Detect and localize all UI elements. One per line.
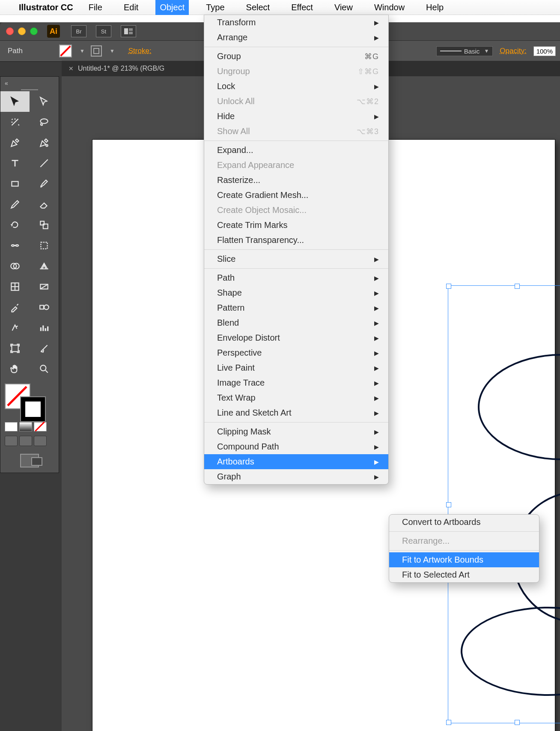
menu-item[interactable]: Slice▶ xyxy=(204,252,388,267)
draw-inside[interactable] xyxy=(34,436,47,446)
menu-item[interactable]: Create Gradient Mesh... xyxy=(204,188,388,203)
zoom-window-button[interactable] xyxy=(30,27,38,35)
blend-tool[interactable] xyxy=(30,297,59,318)
menu-item[interactable]: Create Trim Marks xyxy=(204,218,388,233)
selection-bounding-box[interactable] xyxy=(448,285,560,723)
menu-help[interactable]: Help xyxy=(422,0,448,15)
menu-item[interactable]: Fit to Artwork Bounds xyxy=(389,552,539,567)
bridge-button[interactable]: Br xyxy=(71,25,86,37)
hand-tool[interactable] xyxy=(0,359,30,379)
menu-type[interactable]: Type xyxy=(202,0,229,15)
menu-item[interactable]: Perspective▶ xyxy=(204,345,388,360)
close-tab-icon[interactable]: ✕ xyxy=(69,65,74,72)
menu-item[interactable]: Graph▶ xyxy=(204,469,388,484)
shape-builder-tool[interactable] xyxy=(0,256,30,276)
menu-item[interactable]: Line and Sketch Art▶ xyxy=(204,405,388,420)
eyedropper-tool[interactable] xyxy=(0,297,30,318)
screen-mode-toggle[interactable] xyxy=(0,450,59,473)
menu-item[interactable]: Lock▶ xyxy=(204,79,388,94)
opacity-label[interactable]: Opacity: xyxy=(500,47,526,55)
menu-item[interactable]: Envelope Distort▶ xyxy=(204,330,388,345)
svg-rect-5 xyxy=(12,182,18,186)
menu-item[interactable]: Pattern▶ xyxy=(204,300,388,315)
gradient-tool[interactable] xyxy=(30,276,59,297)
stroke-label[interactable]: Stroke: xyxy=(128,47,152,55)
width-tool[interactable] xyxy=(0,235,30,256)
menu-item[interactable]: Expand... xyxy=(204,143,388,158)
direct-selection-tool[interactable] xyxy=(30,91,59,112)
fill-dropdown-icon[interactable]: ▼ xyxy=(80,48,85,54)
menu-item[interactable]: Hide▶ xyxy=(204,109,388,124)
line-tool[interactable] xyxy=(30,153,59,174)
close-window-button[interactable] xyxy=(6,27,14,35)
type-tool[interactable] xyxy=(0,153,30,174)
color-mode-solid[interactable] xyxy=(5,422,18,431)
minimize-window-button[interactable] xyxy=(18,27,26,35)
menu-item[interactable]: Compound Path▶ xyxy=(204,439,388,454)
stroke-swatch[interactable] xyxy=(91,45,102,57)
artboard-tool[interactable] xyxy=(0,338,30,359)
slice-tool[interactable] xyxy=(30,338,59,359)
scale-tool[interactable] xyxy=(30,215,59,235)
stock-button[interactable]: St xyxy=(96,25,111,37)
menu-select[interactable]: Select xyxy=(242,0,274,15)
menu-object[interactable]: Object xyxy=(155,0,189,15)
menu-item[interactable]: Clipping Mask▶ xyxy=(204,424,388,439)
mesh-tool[interactable] xyxy=(0,276,30,297)
menu-item[interactable]: Fit to Selected Art xyxy=(389,567,539,582)
menu-item[interactable]: Blend▶ xyxy=(204,315,388,330)
menu-item[interactable]: Artboards▶ xyxy=(204,454,388,469)
symbol-sprayer-tool[interactable] xyxy=(0,318,30,338)
zoom-tool[interactable] xyxy=(30,359,59,379)
stroke-dropdown-icon[interactable]: ▼ xyxy=(110,48,115,54)
resize-handle[interactable] xyxy=(515,284,520,289)
menu-file[interactable]: File xyxy=(84,0,107,15)
menu-item[interactable]: Flatten Transparency... xyxy=(204,233,388,248)
menu-item[interactable]: Shape▶ xyxy=(204,285,388,300)
selection-tool[interactable] xyxy=(0,91,30,112)
stroke-color-control[interactable] xyxy=(21,397,45,421)
panel-grip[interactable] xyxy=(0,87,59,91)
pencil-tool[interactable] xyxy=(0,194,30,215)
color-mode-none[interactable] xyxy=(34,422,47,431)
draw-behind[interactable] xyxy=(19,436,32,446)
menu-item[interactable]: Image Trace▶ xyxy=(204,375,388,390)
lasso-tool[interactable] xyxy=(30,112,59,132)
app-name[interactable]: Illustrator CC xyxy=(19,3,73,12)
resize-handle[interactable] xyxy=(446,502,451,507)
panel-collapse-icon[interactable]: « xyxy=(0,79,59,87)
fill-swatch[interactable] xyxy=(59,45,72,57)
menu-item[interactable]: Convert to Artboards xyxy=(389,515,539,530)
menu-view[interactable]: View xyxy=(330,0,357,15)
menu-effect[interactable]: Effect xyxy=(287,0,317,15)
menu-item[interactable]: Path▶ xyxy=(204,270,388,285)
rotate-tool[interactable] xyxy=(0,215,30,235)
column-graph-tool[interactable] xyxy=(30,318,59,338)
eraser-tool[interactable] xyxy=(30,194,59,215)
magic-wand-tool[interactable] xyxy=(0,112,30,132)
brush-definition-dropdown[interactable]: Basic ▼ xyxy=(436,46,493,56)
resize-handle[interactable] xyxy=(515,720,520,725)
document-tab[interactable]: ✕ Untitled-1* @ 213% (RGB/G xyxy=(62,65,171,72)
color-mode-gradient[interactable] xyxy=(19,422,32,431)
menu-item[interactable]: Arrange▶ xyxy=(204,30,388,45)
resize-handle[interactable] xyxy=(446,284,451,289)
perspective-grid-tool[interactable] xyxy=(30,256,59,276)
arrange-docs-button[interactable] xyxy=(121,25,136,37)
free-transform-tool[interactable] xyxy=(30,235,59,256)
menu-item[interactable]: Group⌘G xyxy=(204,49,388,64)
menu-item[interactable]: Text Wrap▶ xyxy=(204,390,388,405)
menu-window[interactable]: Window xyxy=(370,0,409,15)
menu-edit[interactable]: Edit xyxy=(119,0,143,15)
menu-item[interactable]: Live Paint▶ xyxy=(204,360,388,375)
menu-item[interactable]: Transform▶ xyxy=(204,15,388,30)
rectangle-tool[interactable] xyxy=(0,174,30,194)
opacity-field[interactable]: 100% xyxy=(533,46,556,56)
draw-normal[interactable] xyxy=(5,436,18,446)
curvature-tool[interactable] xyxy=(30,132,59,153)
fill-stroke-controls[interactable] xyxy=(0,381,59,419)
paintbrush-tool[interactable] xyxy=(30,174,59,194)
resize-handle[interactable] xyxy=(446,720,451,725)
pen-tool[interactable] xyxy=(0,132,30,153)
menu-item[interactable]: Rasterize... xyxy=(204,173,388,188)
